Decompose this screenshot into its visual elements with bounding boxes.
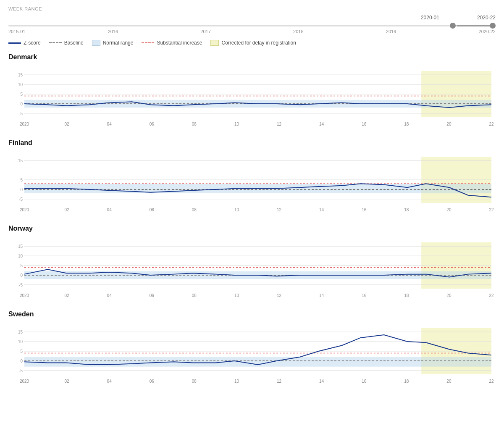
svg-text:-5: -5	[19, 368, 23, 373]
axis-label-2017: 2017	[200, 29, 210, 34]
chart-svg-finland: 1550-520200204060810121416182022	[8, 148, 496, 216]
svg-text:18: 18	[404, 293, 409, 298]
svg-text:18: 18	[404, 122, 409, 126]
svg-text:06: 06	[150, 379, 155, 384]
svg-text:02: 02	[65, 208, 70, 212]
slider-handle-left[interactable]	[450, 23, 456, 29]
substantial-label: Substantial increase	[157, 40, 202, 46]
slider-bottom-labels: 2015-01 2016 2017 2018 2019 2020-22	[8, 29, 496, 34]
axis-label-2015: 2015-01	[8, 29, 25, 34]
chart-title-finland: Finland	[8, 139, 496, 147]
normal-range-icon	[92, 40, 100, 46]
week-range-section: WEEK RANGE 2020-01 2020-22 2015-01 2016 …	[8, 6, 496, 34]
svg-text:06: 06	[150, 122, 155, 126]
charts-container: Denmark151050-52020020406081012141618202…	[8, 53, 496, 389]
svg-text:14: 14	[319, 379, 324, 384]
svg-text:06: 06	[150, 208, 155, 212]
svg-text:08: 08	[192, 379, 197, 384]
svg-text:10: 10	[234, 122, 239, 126]
svg-text:15: 15	[18, 73, 23, 77]
svg-text:16: 16	[362, 122, 367, 126]
chart-svg-sweden: 151050-520200204060810121416182022	[8, 320, 496, 387]
chart-title-norway: Norway	[8, 225, 496, 232]
svg-text:0: 0	[20, 273, 23, 278]
chart-norway: Norway151050-520200204060810121416182022	[8, 225, 496, 303]
svg-text:2020: 2020	[20, 208, 29, 212]
svg-text:10: 10	[234, 208, 239, 212]
svg-text:16: 16	[362, 293, 367, 298]
zscore-line-icon	[8, 42, 21, 44]
svg-text:-5: -5	[19, 111, 23, 116]
legend-substantial: Substantial increase	[142, 40, 202, 46]
svg-text:10: 10	[234, 293, 239, 298]
svg-text:16: 16	[362, 208, 367, 212]
svg-text:08: 08	[192, 122, 197, 126]
svg-text:04: 04	[107, 293, 112, 298]
svg-text:12: 12	[277, 379, 282, 384]
svg-text:04: 04	[107, 208, 112, 212]
svg-text:12: 12	[277, 293, 282, 298]
week-range-slider[interactable]	[8, 25, 496, 26]
svg-text:2020: 2020	[20, 122, 29, 126]
svg-text:0: 0	[20, 187, 23, 192]
chart-finland: Finland1550-520200204060810121416182022	[8, 139, 496, 217]
svg-text:10: 10	[18, 82, 23, 87]
svg-text:12: 12	[277, 208, 282, 212]
svg-text:06: 06	[150, 293, 155, 298]
svg-text:15: 15	[18, 244, 23, 249]
svg-text:2020: 2020	[20, 293, 29, 298]
slider-end-label: 2020-22	[477, 15, 496, 21]
svg-text:5: 5	[20, 349, 23, 354]
svg-text:02: 02	[65, 122, 70, 126]
svg-text:10: 10	[18, 254, 23, 258]
legend: Z-score Baseline Normal range Substantia…	[8, 40, 496, 46]
chart-svg-denmark: 151050-520200204060810121416182022	[8, 63, 496, 130]
slider-track	[8, 25, 496, 26]
svg-text:2020: 2020	[20, 379, 29, 384]
legend-zscore: Z-score	[8, 40, 41, 46]
chart-denmark: Denmark151050-52020020406081012141618202…	[8, 53, 496, 131]
svg-text:20: 20	[446, 293, 452, 298]
svg-text:-5: -5	[19, 197, 23, 202]
legend-baseline: Baseline	[49, 40, 84, 46]
svg-text:10: 10	[234, 379, 239, 384]
svg-text:0: 0	[20, 102, 23, 106]
axis-label-2019: 2019	[386, 29, 396, 34]
svg-text:22: 22	[489, 293, 494, 298]
chart-sweden: Sweden151050-520200204060810121416182022	[8, 310, 496, 389]
svg-text:02: 02	[65, 293, 70, 298]
baseline-line-icon	[49, 42, 62, 44]
svg-text:20: 20	[446, 208, 452, 212]
svg-text:15: 15	[18, 330, 23, 334]
svg-text:20: 20	[446, 379, 452, 384]
chart-title-sweden: Sweden	[8, 310, 496, 318]
axis-label-2016: 2016	[108, 29, 118, 34]
week-range-label: WEEK RANGE	[8, 6, 496, 11]
svg-text:18: 18	[404, 379, 409, 384]
svg-text:18: 18	[404, 208, 409, 212]
chart-svg-norway: 151050-520200204060810121416182022	[8, 234, 496, 301]
legend-corrected: Corrected for delay in registration	[210, 40, 296, 46]
svg-text:08: 08	[192, 208, 197, 212]
svg-text:22: 22	[489, 208, 494, 212]
svg-text:10: 10	[18, 339, 23, 344]
svg-text:5: 5	[20, 263, 23, 268]
slider-top-labels: 2020-01 2020-22	[8, 15, 496, 21]
svg-text:22: 22	[489, 122, 494, 126]
baseline-label: Baseline	[64, 40, 84, 46]
slider-handle-right[interactable]	[490, 23, 496, 29]
svg-text:22: 22	[489, 379, 494, 384]
normal-label: Normal range	[103, 40, 134, 46]
svg-text:-5: -5	[19, 283, 23, 287]
svg-text:5: 5	[20, 178, 23, 182]
svg-text:14: 14	[319, 208, 324, 212]
legend-normal: Normal range	[92, 40, 134, 46]
axis-label-2018: 2018	[293, 29, 303, 34]
corrected-label: Corrected for delay in registration	[221, 40, 296, 46]
svg-text:12: 12	[277, 122, 282, 126]
svg-text:15: 15	[18, 158, 23, 163]
svg-rect-77	[24, 357, 491, 367]
svg-text:08: 08	[192, 293, 197, 298]
chart-title-denmark: Denmark	[8, 53, 496, 61]
substantial-line-icon	[142, 42, 154, 44]
